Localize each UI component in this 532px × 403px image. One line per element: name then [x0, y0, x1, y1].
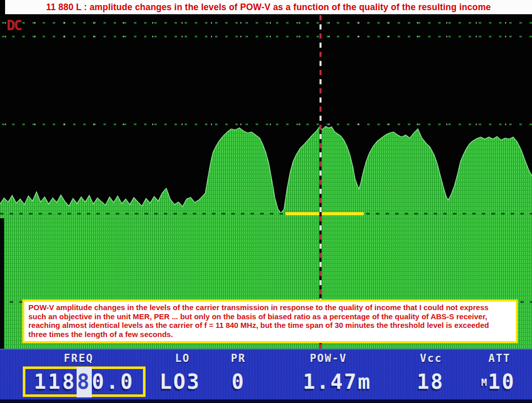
page-title: 11 880 L : amplitude changes in the leve…	[46, 2, 491, 13]
title-bar: 11 880 L : amplitude changes in the leve…	[5, 0, 532, 15]
status-bar-footer	[0, 399, 532, 403]
lo-label: LO	[157, 352, 208, 364]
status-bar: FREQ 11880.0 LO LO3 PR 0 POW-V 1.47m Vcc…	[0, 349, 532, 399]
att-label: ATT	[474, 352, 525, 364]
satellite-meter-screenshot: 11 880 L : amplitude changes in the leve…	[0, 0, 532, 403]
annotation-line-4: three times the length of a few seconds.	[28, 330, 512, 339]
att-mode-prefix: M	[481, 377, 487, 388]
pow-v-value: 1.47m	[292, 370, 383, 393]
annotation-line-2: such an objective in the unit MER, PER .…	[28, 312, 512, 321]
spectrum-display	[0, 14, 532, 349]
annotation-line-3: reaching almost identical levels as the …	[28, 321, 512, 330]
vcc-value: 18	[405, 370, 456, 393]
freq-cursor-digit: 8	[77, 367, 92, 397]
pr-value: 0	[213, 370, 264, 393]
freq-digits-pre: 118	[34, 370, 77, 393]
att-value: M10	[469, 370, 527, 393]
annotation-line-1: POW-V amplitude changes in the levels of…	[28, 303, 512, 312]
att-number: 10	[488, 370, 515, 393]
freq-value-box: 11880.0	[23, 366, 146, 397]
dc-indicator: DC	[7, 17, 21, 33]
freq-digits-post: 0.0	[92, 370, 134, 393]
pr-label: PR	[213, 352, 264, 364]
annotation-box: POW-V amplitude changes in the levels of…	[22, 299, 518, 343]
pow-v-label: POW-V	[297, 352, 360, 364]
vcc-label: Vcc	[406, 352, 456, 364]
freq-value: 11880.0	[34, 370, 135, 393]
freq-label: FREQ	[48, 352, 109, 364]
lo-value: LO3	[152, 370, 208, 393]
